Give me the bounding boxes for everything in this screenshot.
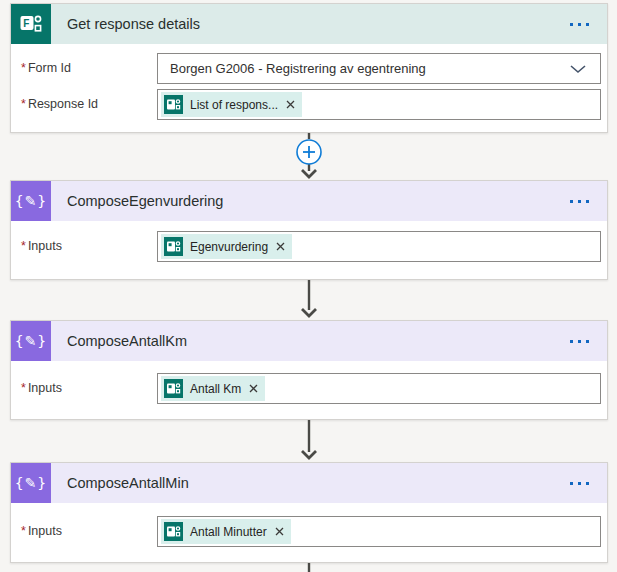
inputs-input[interactable]: Egenvurdering bbox=[157, 231, 601, 262]
compose-data-operation-icon: {✎} bbox=[11, 181, 51, 221]
forms-token-icon bbox=[164, 522, 183, 541]
required-marker: * bbox=[21, 239, 26, 253]
forms-token-icon bbox=[164, 95, 183, 114]
microsoft-forms-icon: F bbox=[11, 4, 51, 44]
response-id-input[interactable]: List of respons... bbox=[157, 89, 601, 120]
card-header-compose-antallkm[interactable]: {✎} ComposeAntallKm bbox=[11, 321, 607, 361]
form-id-dropdown[interactable]: Borgen G2006 - Registrering av egentreni… bbox=[157, 53, 601, 84]
card-body: *Form Id Borgen G2006 - Registrering av … bbox=[11, 44, 607, 132]
chevron-down-icon bbox=[570, 64, 586, 74]
action-card-compose-antallmin: {✎} ComposeAntallMin *Inputs bbox=[10, 462, 608, 563]
required-marker: * bbox=[21, 381, 26, 395]
connector-arrow bbox=[289, 280, 329, 320]
field-label-inputs: *Inputs bbox=[21, 239, 62, 253]
card-body: *Inputs Antall Km bbox=[11, 361, 607, 419]
card-title: Get response details bbox=[67, 16, 568, 32]
card-title: ComposeAntallKm bbox=[67, 333, 568, 349]
card-title: ComposeAntallMin bbox=[67, 475, 568, 491]
card-header-get-response-details[interactable]: F Get response details bbox=[11, 4, 607, 44]
field-label-inputs: *Inputs bbox=[21, 524, 62, 538]
dynamic-content-token[interactable]: Antall Minutter bbox=[161, 519, 291, 544]
token-label: Antall Minutter bbox=[190, 525, 267, 539]
card-body: *Inputs Antall Minutter bbox=[11, 503, 607, 562]
remove-token-icon[interactable] bbox=[286, 100, 295, 109]
remove-token-icon[interactable] bbox=[275, 527, 284, 536]
inputs-input[interactable]: Antall Km bbox=[157, 373, 601, 404]
flow-designer-canvas: F Get response details *Form Id Borgen G… bbox=[0, 0, 617, 572]
connector-line bbox=[289, 563, 329, 572]
insert-step-button[interactable] bbox=[297, 140, 321, 164]
forms-token-icon bbox=[164, 237, 183, 256]
field-label-form-id: *Form Id bbox=[21, 61, 71, 75]
dynamic-content-token[interactable]: Antall Km bbox=[161, 376, 265, 401]
token-label: Egenvurdering bbox=[190, 240, 268, 254]
action-card-get-response-details: F Get response details *Form Id Borgen G… bbox=[10, 3, 608, 133]
action-card-compose-antallkm: {✎} ComposeAntallKm *Inputs bbox=[10, 320, 608, 420]
more-actions-button[interactable] bbox=[568, 334, 591, 349]
card-header-compose-antallmin[interactable]: {✎} ComposeAntallMin bbox=[11, 463, 607, 503]
more-actions-button[interactable] bbox=[568, 17, 591, 32]
required-marker: * bbox=[21, 61, 26, 75]
connector-arrow bbox=[289, 133, 329, 180]
field-label-inputs: *Inputs bbox=[21, 381, 62, 395]
form-id-value: Borgen G2006 - Registrering av egentreni… bbox=[158, 61, 600, 76]
dynamic-content-token[interactable]: List of respons... bbox=[161, 92, 302, 117]
compose-data-operation-icon: {✎} bbox=[11, 321, 51, 361]
card-body: *Inputs Egenvurdering bbox=[11, 221, 607, 279]
required-marker: * bbox=[21, 524, 26, 538]
action-card-compose-egenvurdering: {✎} ComposeEgenvurdering *Inputs bbox=[10, 180, 608, 280]
remove-token-icon[interactable] bbox=[276, 242, 285, 251]
more-actions-button[interactable] bbox=[568, 476, 591, 491]
compose-data-operation-icon: {✎} bbox=[11, 463, 51, 503]
connector-arrow bbox=[289, 420, 329, 462]
field-label-response-id: *Response Id bbox=[21, 97, 98, 111]
required-marker: * bbox=[21, 97, 26, 111]
card-header-compose-egenvurdering[interactable]: {✎} ComposeEgenvurdering bbox=[11, 181, 607, 221]
svg-text:F: F bbox=[23, 18, 29, 29]
more-actions-button[interactable] bbox=[568, 194, 591, 209]
token-label: List of respons... bbox=[190, 98, 278, 112]
card-title: ComposeEgenvurdering bbox=[67, 193, 568, 209]
token-label: Antall Km bbox=[190, 382, 241, 396]
forms-token-icon bbox=[164, 379, 183, 398]
dynamic-content-token[interactable]: Egenvurdering bbox=[161, 234, 292, 259]
inputs-input[interactable]: Antall Minutter bbox=[157, 516, 601, 547]
remove-token-icon[interactable] bbox=[249, 384, 258, 393]
